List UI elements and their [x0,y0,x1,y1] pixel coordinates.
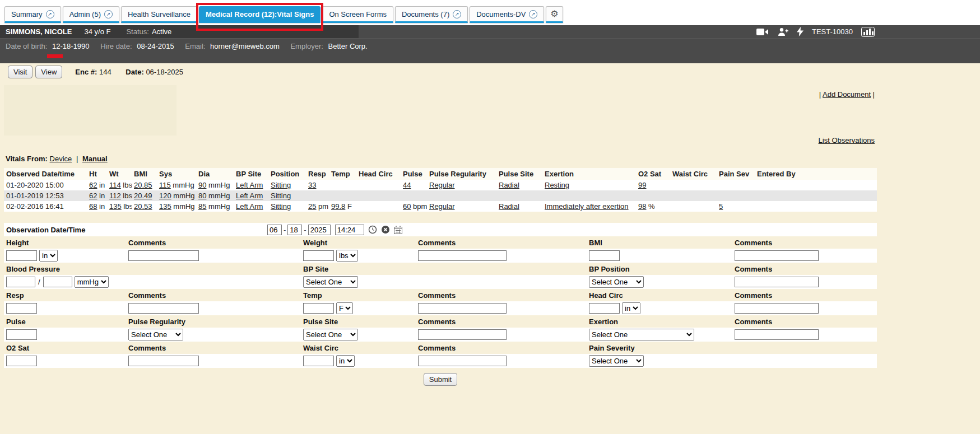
vital-value-link[interactable]: 99 [638,181,646,189]
tab-on-screen-forms[interactable]: On Screen Forms [322,6,393,23]
temp-comments-input[interactable] [418,303,507,314]
tab-documents[interactable]: Documents (7) ↗ [395,6,468,23]
video-camera-icon[interactable] [756,28,769,36]
height-input[interactable] [6,250,37,261]
vital-value-link[interactable]: 20.49 [134,192,152,200]
vitals-from-device-link[interactable]: Device [50,155,72,163]
vital-value-link[interactable]: Sitting [271,202,291,211]
head-circ-comments-input[interactable] [735,303,819,314]
bp-comments-input[interactable] [735,277,819,287]
vital-value-link[interactable]: Regular [429,202,455,211]
vital-value-link[interactable]: Immediately after exertion [545,202,629,211]
bp-unit-select[interactable]: mmHg [75,276,109,288]
obs-time-input[interactable] [335,225,364,235]
waist-comments-input[interactable] [418,356,507,366]
vital-value-link[interactable]: 44 [403,181,411,189]
obs-month-input[interactable] [267,225,282,235]
vitals-from-manual-link[interactable]: Manual [82,155,108,163]
form-label-row: Pulse Pulse Regularity Pulse Site Commen… [4,315,877,328]
vital-value-link[interactable]: 112 [109,192,121,200]
tab-medical-record-vital-signs[interactable]: Medical Record (12):Vital Signs [199,6,321,23]
column-header: Entered By [755,168,877,180]
head-circ-unit-select[interactable]: in [622,302,640,314]
weight-unit-select[interactable]: lbs [336,250,358,262]
vital-value-link[interactable]: 5 [719,202,723,211]
o2-sat-input[interactable] [6,356,37,366]
vital-value-link[interactable]: 33 [308,181,316,189]
tab-summary[interactable]: Summary ↗ [4,6,61,23]
vital-value-link[interactable]: Radial [499,181,519,189]
exertion-comments-input[interactable] [735,329,819,340]
waist-circ-input[interactable] [303,356,334,366]
list-observations-link[interactable]: List Observations [819,136,875,144]
vital-value-link[interactable]: 62 [89,192,97,200]
vital-value-link[interactable]: 120 [159,192,171,200]
pulse-regularity-select[interactable]: Select One [128,329,183,340]
bp-diastolic-input[interactable] [43,277,72,287]
vital-value-link[interactable]: 135 [159,202,171,211]
vital-value-link[interactable]: 115 [159,181,171,189]
obs-year-input[interactable] [308,225,331,235]
vital-value-link[interactable]: 20.85 [134,181,152,189]
tab-health-surveillance[interactable]: Health Surveillance [121,6,197,23]
temp-input[interactable] [303,303,334,314]
head-circ-input[interactable] [589,303,620,314]
obs-day-input[interactable] [287,225,302,235]
vital-value-link[interactable]: 25 [308,202,316,211]
vital-value-link[interactable]: Regular [429,181,455,189]
vital-value-link[interactable]: 99.8 [331,202,345,211]
clear-datetime-icon[interactable] [381,225,390,234]
lightning-icon[interactable] [797,27,803,36]
vital-value-link[interactable]: 60 [403,202,411,211]
o2-sat-comments-input[interactable] [128,356,199,366]
vital-value-link[interactable]: 135 [109,202,122,211]
add-document-link[interactable]: Add Document [823,90,871,99]
vital-value-link[interactable]: 68 [89,202,97,211]
vital-value-link[interactable]: Left Arm [236,202,263,211]
waist-unit-select[interactable]: in [336,355,355,367]
vitals-cell: Sitting [268,190,306,201]
clock-icon[interactable] [368,225,377,234]
pulse-site-select[interactable]: Select One [303,329,358,340]
vital-value-link[interactable]: Sitting [271,192,291,200]
vital-value-link[interactable]: 98 [638,202,646,211]
vital-value-link[interactable]: Sitting [271,181,291,189]
pulse-input[interactable] [6,329,37,340]
bmi-input[interactable] [589,250,620,261]
visit-button[interactable]: Visit [8,66,32,78]
height-comments-input[interactable] [128,250,199,261]
add-person-icon[interactable] [777,27,788,36]
vital-value-link[interactable]: Radial [499,202,519,211]
vital-value-link[interactable]: Left Arm [236,192,263,200]
weight-comments-input[interactable] [418,250,507,261]
pain-severity-select[interactable]: Select One [589,355,644,367]
exertion-select[interactable]: Select One [589,329,694,340]
vital-value-link[interactable]: 20.53 [134,202,152,211]
bp-position-select[interactable]: Select One [589,276,644,288]
vital-value-link[interactable]: Left Arm [236,181,263,189]
bmi-comments-input[interactable] [735,250,819,261]
tab-admin[interactable]: Admin (5) ↗ [63,6,119,23]
settings-button[interactable]: ⚙ [546,6,563,23]
vitals-cell [356,190,401,201]
vital-value-link[interactable]: 85 [198,202,206,211]
vital-value-link[interactable]: 114 [109,181,121,189]
chart-stats-icon[interactable] [861,27,875,37]
bp-site-select[interactable]: Select One [303,276,358,288]
resp-comments-input[interactable] [128,303,199,314]
vital-value-link[interactable]: 62 [89,181,97,189]
temp-unit-select[interactable]: F [336,302,353,314]
weight-input[interactable] [303,250,334,261]
height-unit-select[interactable]: in [39,250,58,262]
vital-value-link[interactable]: 80 [198,192,206,200]
submit-button[interactable]: Submit [424,373,457,386]
vital-value-link[interactable]: 90 [198,181,206,189]
bp-systolic-input[interactable] [6,277,35,287]
vital-value-link[interactable]: Resting [545,181,569,189]
view-button[interactable]: View [35,66,62,78]
tab-documents-dv[interactable]: Documents-DV ↗ [470,6,544,23]
column-header: Position [268,168,306,180]
pulse-comments-input[interactable] [418,329,507,340]
calendar-icon[interactable] [394,226,402,234]
resp-input[interactable] [6,303,37,314]
